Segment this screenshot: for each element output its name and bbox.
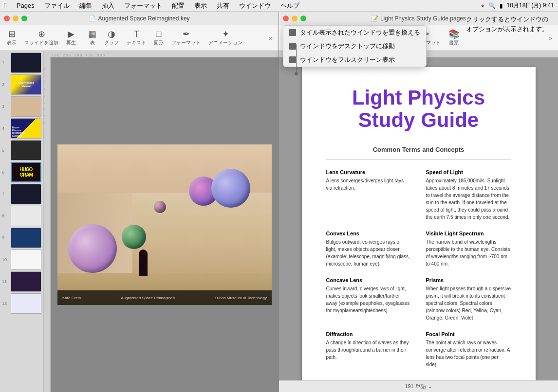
connector-line: [296, 44, 297, 73]
text-icon: T: [134, 30, 139, 38]
doc-title: Light Physics Study Guide: [326, 87, 511, 131]
sphere-2: [211, 169, 250, 208]
term-focal-point: Focal Point The point at which rays or w…: [426, 331, 511, 368]
slide-thumb-10[interactable]: [11, 249, 41, 270]
dropdown-fullscreen[interactable]: ウインドウをフルスクリーン表示: [283, 53, 426, 67]
menubar:  Pages ファイル 編集 挿入 フォーマット 配置 表示 共有 ウインドウ…: [0, 0, 558, 12]
menubar-app-name[interactable]: Pages: [15, 2, 37, 9]
minimize-button[interactable]: [13, 16, 19, 21]
slide-thumb-1[interactable]: [11, 53, 41, 73]
keynote-slide-sidebar[interactable]: 1 2 AugmentedVirtual 3: [0, 51, 44, 392]
pages-file-icon: 📝: [371, 15, 378, 22]
toolbar-view[interactable]: ⊞ 表示: [4, 28, 19, 48]
term-def: Curves inward, diverges rays of light, m…: [326, 285, 411, 314]
term-def: The narrow band of wavelengths perceptib…: [426, 238, 511, 267]
pages-toolbar-doc[interactable]: 📚 書類: [446, 28, 462, 48]
slide-thumb-3[interactable]: [11, 96, 41, 117]
pages-statusbar: 191 単語 ⌄: [279, 380, 558, 392]
close-button[interactable]: [4, 16, 10, 21]
menubar-window[interactable]: ウインドウ: [237, 1, 273, 10]
maximize-button[interactable]: [21, 16, 27, 21]
dropdown-move-desktop[interactable]: ウインドウをデスクトップに移動: [283, 39, 426, 53]
dropdown-tile-windows[interactable]: タイル表示されたウインドウを置き換える: [283, 26, 426, 39]
statusbar-chevron[interactable]: ⌄: [428, 383, 432, 390]
keynote-window: 📄 Augmented Space Reimagined.key ⊞ 表示 ⊕ …: [0, 12, 279, 392]
toolbar-chart[interactable]: ◑ グラフ: [101, 28, 122, 48]
menubar-arrange[interactable]: 配置: [170, 1, 186, 10]
term-title: Prisms: [426, 277, 511, 283]
keynote-ruler-top: 1 0 0 2 0 0 3 0 0 4 0 0 5 0 0: [44, 51, 279, 57]
toolbar-add-slide[interactable]: ⊕ スライドを追加: [21, 28, 61, 48]
term-prisms: Prisms When light passes through a dispe…: [426, 277, 511, 321]
menubar-edit[interactable]: 編集: [77, 1, 94, 10]
slide-main-canvas: Kate Grela Augmented Space Reimagined Fu…: [51, 57, 279, 392]
slide-thumb-7[interactable]: [11, 184, 41, 204]
pages-window: 📝 Light Physics Study Guide.pages タイル表示さ…: [279, 12, 558, 392]
pages-doc-icon: 📚: [448, 30, 459, 38]
term-def: Approximately 186,000mi/s. Sunlight take…: [426, 177, 511, 221]
term-lens-curvature: Lens Curvature A lens converges/diverges…: [326, 169, 411, 221]
pages-minimize-button[interactable]: [292, 16, 298, 21]
toolbar-play[interactable]: ▶ 再生: [63, 28, 79, 48]
format-icon: ✒: [183, 30, 190, 38]
pages-window-title: 📝 Light Physics Study Guide.pages: [371, 15, 466, 22]
menubar-file[interactable]: ファイル: [42, 1, 72, 10]
menubar-share[interactable]: 共有: [215, 1, 231, 10]
pages-close-button[interactable]: [283, 16, 289, 21]
datetime: 10月18日(月) 9:41: [507, 1, 554, 10]
pages-window-controls: [283, 16, 306, 21]
term-def: When light passes through a dispersive p…: [426, 285, 511, 321]
toolbar-animation[interactable]: ✦ アニメーション: [205, 28, 245, 48]
sphere-3: [68, 224, 117, 273]
chart-icon: ◑: [108, 30, 115, 38]
window-dropdown-menu[interactable]: タイル表示されたウインドウを置き換える ウインドウをデスクトップに移動 ウインド…: [283, 25, 427, 67]
slide-thumb-5[interactable]: [11, 140, 41, 160]
keynote-window-title: 📄 Augmented Space Reimagined.key: [89, 15, 189, 22]
slide-thumb-11[interactable]: [11, 271, 41, 292]
toolbar-table[interactable]: ▦ 表: [85, 28, 99, 48]
term-title: Lens Curvature: [326, 169, 411, 175]
term-title: Speed of Light: [426, 169, 511, 175]
slide-thumb-2[interactable]: AugmentedVirtual: [11, 74, 41, 95]
term-convex-lens: Convex Lens Bulges outward, converges ra…: [326, 231, 411, 267]
keynote-toolbar: ⊞ 表示 ⊕ スライドを追加 ▶ 再生 ▦ 表 ◑ グラフ T テキス: [0, 25, 279, 51]
slide-thumb-12[interactable]: [11, 293, 41, 314]
menubar-format[interactable]: フォーマット: [122, 1, 164, 10]
pages-toolbar-more[interactable]: »: [546, 32, 554, 44]
doc-subtitle: Common Terms and Concepts: [326, 146, 511, 153]
toolbar-text[interactable]: T テキスト: [124, 28, 149, 48]
term-visible-spectrum: Visible Light Spectrum The narrow band o…: [426, 231, 511, 267]
slide-thumb-8[interactable]: [11, 206, 41, 226]
apple-menu[interactable]: : [4, 1, 7, 10]
pages-titlebar: 📝 Light Physics Study Guide.pages: [279, 12, 558, 25]
menubar-view[interactable]: 表示: [192, 1, 209, 10]
slide-thumb-9[interactable]: [11, 228, 41, 248]
file-icon: 📄: [89, 15, 96, 22]
wifi-icon: ⌖: [481, 2, 484, 9]
search-icon[interactable]: 🔍: [488, 2, 496, 9]
term-concave-lens: Concave Lens Curves inward, diverges ray…: [326, 277, 411, 321]
window-controls: [4, 16, 27, 21]
term-speed-of-light: Speed of Light Approximately 186,000mi/s…: [426, 169, 511, 221]
keynote-content: 1 2 AugmentedVirtual 3: [0, 51, 279, 392]
table-icon: ▦: [88, 30, 96, 38]
animation-icon: ✦: [222, 30, 229, 38]
toolbar-more[interactable]: »: [267, 32, 275, 44]
term-title: Convex Lens: [326, 231, 411, 236]
menubar-insert[interactable]: 挿入: [100, 1, 116, 10]
fullscreen-icon: [289, 56, 296, 63]
pages-document: Light Physics Study Guide Common Terms a…: [302, 67, 536, 380]
slide-photo: Kate Grela Augmented Space Reimagined Fu…: [57, 144, 272, 305]
doc-terms-grid: Lens Curvature A lens converges/diverges…: [326, 169, 511, 368]
word-count: 191 単語: [405, 383, 426, 390]
term-def: A lens converges/diverges light rays via…: [326, 177, 411, 192]
pages-content[interactable]: Light Physics Study Guide Common Terms a…: [279, 57, 558, 380]
slide-thumb-6[interactable]: HUGOGRAM: [11, 162, 41, 182]
menubar-help[interactable]: ヘルプ: [279, 1, 301, 10]
add-icon: ⊕: [38, 30, 45, 38]
slide-content: Kate Grela Augmented Space Reimagined Fu…: [57, 144, 272, 305]
slide-thumb-4[interactable]: Micro-Electro-MechanicalSystems: [11, 118, 41, 139]
toolbar-shape[interactable]: □ 図形: [151, 28, 167, 48]
pages-maximize-button[interactable]: [300, 16, 306, 21]
toolbar-format[interactable]: ✒ フォーマット: [168, 28, 204, 48]
